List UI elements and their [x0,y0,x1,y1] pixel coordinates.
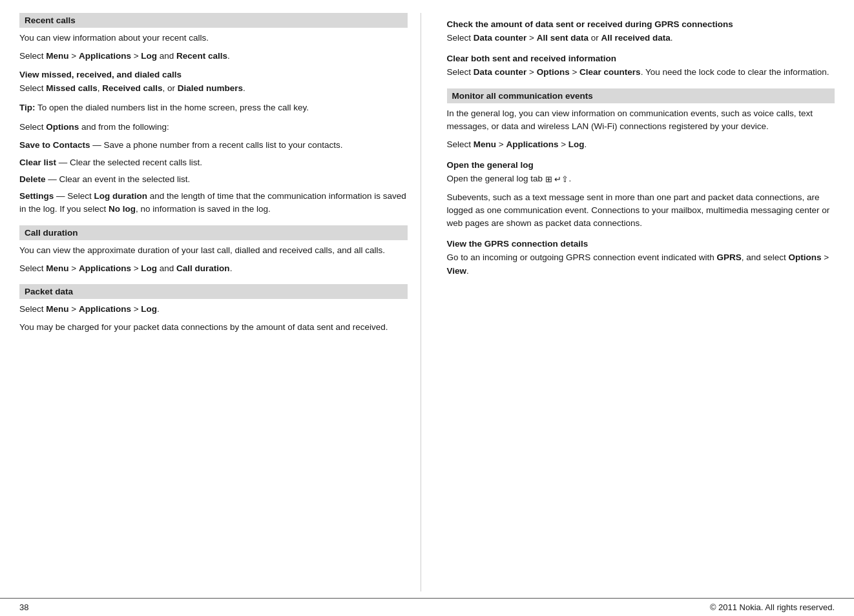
view-calls-subheading: View missed, received, and dialed calls [19,70,408,79]
recent-calls-para2: Select Menu > Applications > Log and Rec… [19,50,408,63]
clear-info-section: Clear both sent and received information… [447,54,835,79]
clear-info-heading: Clear both sent and received information [447,54,835,63]
open-log-para2: Subevents, such as a text message sent i… [447,191,835,231]
log-tab-icon: ⊞ ↵⇧ [545,173,569,186]
page-number: 38 [19,602,28,612]
monitor-para1: In the general log, you can view informa… [447,107,835,134]
call-duration-header: Call duration [19,225,408,240]
gprs-details-para: Go to an incoming or outgoing GPRS conne… [447,251,835,278]
call-duration-para2: Select Menu > Applications > Log and Cal… [19,262,408,275]
gprs-check-para: Select Data counter > All sent data or A… [447,32,835,45]
gprs-check-section: Check the amount of data sent or receive… [447,19,835,45]
call-duration-para1: You can view the approximate duration of… [19,244,408,257]
recent-calls-para1: You can view information about your rece… [19,32,408,45]
packet-data-para1: Select Menu > Applications > Log. [19,303,408,316]
clear-info-para: Select Data counter > Options > Clear co… [447,66,835,79]
right-column: Check the amount of data sent or receive… [441,13,835,591]
open-log-para1: Open the general log tab ⊞ ↵⇧. [447,172,835,185]
delete-block: Delete — Clear an event in the selected … [19,173,408,186]
left-column: Recent calls You can view information ab… [19,13,421,591]
gprs-check-heading: Check the amount of data sent or receive… [447,19,835,29]
gprs-details-heading: View the GPRS connection details [447,239,835,249]
monitor-para2: Select Menu > Applications > Log. [447,138,835,151]
packet-data-para2: You may be charged for your packet data … [19,321,408,334]
view-calls-para: Select Missed calls, Received calls, or … [19,82,408,95]
page: Recent calls You can view information ab… [0,0,854,616]
open-log-section: Open the general log Open the general lo… [447,160,835,230]
save-contacts-block: Save to Contacts — Save a phone number f… [19,139,408,152]
packet-data-body: Select Menu > Applications > Log. You ma… [19,303,408,334]
content-area: Recent calls You can view information ab… [0,0,854,598]
clear-list-block: Clear list — Clear the selected recent c… [19,156,408,169]
gprs-details-section: View the GPRS connection details Go to a… [447,239,835,278]
footer: 38 © 2011 Nokia. All rights reserved. [0,598,854,616]
packet-data-header: Packet data [19,284,408,299]
monitor-header: Monitor all communication events [447,88,835,103]
call-duration-body: You can view the approximate duration of… [19,244,408,276]
copyright: © 2011 Nokia. All rights reserved. [710,602,835,612]
settings-block: Settings — Select Log duration and the l… [19,190,408,216]
open-log-heading: Open the general log [447,160,835,170]
recent-calls-body: You can view information about your rece… [19,32,408,216]
options-para: Select Options and from the following: [19,121,408,134]
monitor-body: In the general log, you can view informa… [447,107,835,152]
recent-calls-header: Recent calls [19,13,408,28]
tip-para: Tip: To open the dialed numbers list in … [19,101,408,114]
